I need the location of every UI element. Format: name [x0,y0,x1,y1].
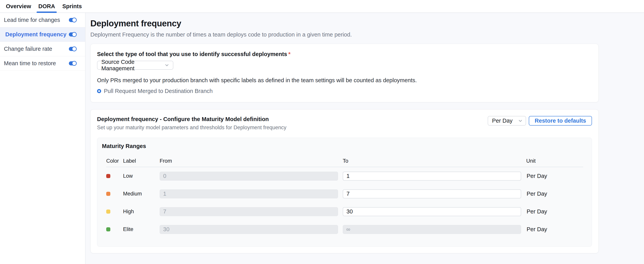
required-asterisk: * [288,51,290,57]
row-label: High [123,209,160,215]
pr-merged-radio[interactable] [97,89,101,93]
lead-time-toggle[interactable] [69,18,76,22]
row-unit: Per Day [526,226,583,233]
sidebar-item-lead-time[interactable]: Lead time for changes [0,13,85,27]
low-color-swatch [106,174,110,178]
tab-sprints[interactable]: Sprints [62,0,82,12]
table-row-high: High Per Day [106,203,583,220]
sidebar-item-change-failure-rate[interactable]: Change failure rate [0,42,85,56]
sidebar-item-label: Mean time to restore [4,60,56,67]
medium-to-input[interactable] [343,189,521,198]
pr-merged-radio-label: Pull Request Merged to Destination Branc… [104,88,213,94]
column-header-to: To [343,158,526,164]
maturity-model-titles: Deployment frequency - Configure the Mat… [97,116,286,131]
high-from-input [160,207,338,216]
deployment-frequency-toggle[interactable] [69,32,76,36]
mean-time-to-restore-toggle[interactable] [69,61,76,65]
column-header-unit: Unit [526,158,583,164]
page-description: Deployment Frequency is the number of ti… [90,31,598,38]
restore-defaults-button[interactable]: Restore to defaults [529,116,592,126]
main-panel: Deployment frequency Deployment Frequenc… [86,13,644,264]
sidebar-item-label: Lead time for changes [4,17,60,23]
table-row-elite: Elite Per Day [106,220,583,238]
column-header-color: Color [106,158,123,164]
low-from-input [160,172,338,181]
elite-from-input [160,225,338,234]
change-failure-rate-toggle[interactable] [69,47,76,51]
unit-period-select-value: Per Day [492,118,512,124]
toggle-knob [72,32,77,37]
tab-overview-label: Overview [6,3,31,9]
high-color-swatch [106,210,110,214]
column-header-label: Label [123,158,160,164]
maturity-model-controls: Per Day Restore to defaults [488,116,592,126]
row-label: Elite [123,226,160,232]
maturity-ranges-title: Maturity Ranges [102,143,587,149]
tab-overview[interactable]: Overview [6,0,31,12]
table-row-medium: Medium Per Day [106,185,583,203]
elite-color-swatch [106,227,110,231]
sidebar-item-label: Change failure rate [4,46,52,52]
chevron-down-icon [164,63,170,68]
tool-selection-card: Select the type of tool that you use to … [90,44,598,102]
maturity-model-card: Deployment frequency - Configure the Mat… [90,109,598,253]
row-unit: Per Day [526,208,583,215]
toggle-knob [72,46,77,51]
tool-type-select[interactable]: Source Code Management [97,61,173,70]
low-to-input[interactable] [343,172,521,181]
tool-type-select-value: Source Code Management [101,59,164,72]
high-to-input[interactable] [343,207,521,216]
tool-select-label: Select the type of tool that you use to … [97,51,592,57]
sidebar-item-deployment-frequency[interactable]: Deployment frequency [0,27,85,42]
maturity-model-subtitle: Set up your maturity model parameters an… [97,125,286,131]
content-area: Lead time for changes Deployment frequen… [0,13,644,264]
sidebar-item-mean-time-to-restore[interactable]: Mean time to restore [0,56,85,71]
active-tab-underline [36,11,57,13]
row-label: Low [123,173,160,179]
maturity-ranges-table: Color Label From To Unit Low Per Day [106,158,583,238]
row-unit: Per Day [526,173,583,179]
toggle-knob [72,61,77,66]
page-title: Deployment frequency [90,18,598,28]
unit-period-select[interactable]: Per Day [488,116,526,126]
dora-settings-page: Overview DORA Sprints Lead time for chan… [0,0,644,264]
chevron-down-icon [518,118,523,124]
pr-merged-radio-row: Pull Request Merged to Destination Branc… [97,88,592,94]
row-label: Medium [123,191,160,197]
elite-to-input [343,225,521,234]
table-row-low: Low Per Day [106,167,583,185]
deployment-note: Only PRs merged to your production branc… [97,77,592,84]
table-header-row: Color Label From To Unit [106,158,583,167]
sidebar-item-label: Deployment frequency [5,31,66,38]
maturity-model-header: Deployment frequency - Configure the Mat… [97,116,592,131]
medium-color-swatch [106,192,110,196]
maturity-ranges-panel: Maturity Ranges Color Label From To Unit… [97,138,592,247]
tab-dora-label: DORA [38,3,55,9]
top-tab-bar: Overview DORA Sprints [0,0,644,13]
maturity-model-title: Deployment frequency - Configure the Mat… [97,116,286,123]
tab-dora[interactable]: DORA [38,0,55,12]
metrics-sidebar: Lead time for changes Deployment frequen… [0,13,86,264]
medium-from-input [160,189,338,198]
tab-sprints-label: Sprints [62,3,82,9]
column-header-from: From [160,158,343,164]
row-unit: Per Day [526,191,583,197]
toggle-knob [72,17,77,22]
